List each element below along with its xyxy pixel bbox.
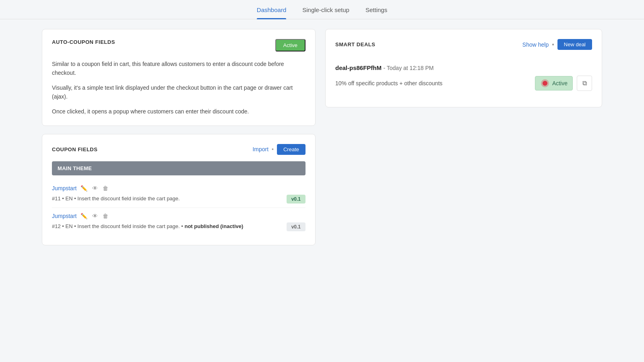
deal-item-1-copy-button[interactable]: ⧉ [577, 76, 592, 91]
coupon-item-1-bottom: #11 • EN • Insert the discount field ins… [52, 195, 305, 204]
coupon-item-2-version: v0.1 [287, 222, 305, 231]
nav-item-settings[interactable]: Settings [365, 6, 387, 19]
toggle-dot-outer [541, 79, 549, 87]
import-link[interactable]: Import [252, 146, 268, 152]
coupon-item-2-eye-button[interactable]: 👁 [91, 212, 99, 220]
smart-deals-card: SMART DEALS Show help • New deal deal-ps… [325, 29, 602, 107]
deal-item-1-id: deal-ps86FPfhM [335, 64, 382, 71]
coupon-item-1-link[interactable]: Jumpstart [52, 185, 76, 191]
auto-coupon-title: AUTO-COUPON FIELDS [52, 39, 115, 45]
top-navigation: Dashboard Single-click setup Settings [0, 0, 644, 19]
coupon-item-1-eye-button[interactable]: 👁 [91, 184, 99, 192]
coupon-fields-title: COUPON FIELDS [52, 146, 97, 152]
coupon-item-1: Jumpstart ✏️ 👁 🗑 #11 • EN • Insert the d… [52, 180, 305, 208]
nav-item-dashboard[interactable]: Dashboard [257, 6, 286, 19]
coupon-item-1-edit-button[interactable]: ✏️ [80, 184, 88, 192]
coupon-item-2-top: Jumpstart ✏️ 👁 🗑 [52, 212, 305, 220]
main-content: AUTO-COUPON FIELDS Active Similar to a c… [32, 19, 612, 255]
auto-coupon-card: AUTO-COUPON FIELDS Active Similar to a c… [42, 29, 316, 126]
auto-coupon-para-2: Visually, it's a simple text link displa… [52, 83, 305, 101]
coupon-fields-card: COUPON FIELDS Import • Create MAIN THEME… [42, 134, 316, 245]
smart-deals-header: SMART DEALS Show help • New deal [335, 39, 592, 50]
coupon-item-2-edit-button[interactable]: ✏️ [80, 212, 88, 220]
smart-deals-actions: Show help • New deal [522, 39, 592, 50]
nav-item-single-click-setup[interactable]: Single-click setup [302, 6, 349, 19]
smart-deals-title: SMART DEALS [335, 41, 375, 47]
main-theme-bar: MAIN THEME [52, 161, 305, 175]
bullet-separator: • [272, 146, 274, 152]
auto-coupon-header: AUTO-COUPON FIELDS Active [52, 39, 305, 51]
smart-deals-bullet: • [552, 41, 554, 48]
deal-item-1: deal-ps86FPfhM - Today at 12:18 PM 10% o… [335, 58, 592, 97]
left-column: AUTO-COUPON FIELDS Active Similar to a c… [42, 29, 316, 245]
auto-coupon-para-3: Once clicked, it opens a popup where cus… [52, 107, 305, 116]
coupon-item-2-description: #12 • EN • Insert the discount field ins… [52, 222, 282, 230]
create-button[interactable]: Create [277, 144, 305, 155]
coupon-item-1-version: v0.1 [287, 195, 305, 204]
toggle-dot-inner [543, 81, 547, 86]
deal-item-1-active-toggle[interactable]: Active [535, 76, 573, 90]
coupon-item-1-description: #11 • EN • Insert the discount field ins… [52, 195, 282, 203]
deal-item-1-body: 10% off specific products + other discou… [335, 76, 592, 91]
deal-item-1-timestamp: - Today at 12:18 PM [383, 65, 433, 71]
deal-active-label: Active [552, 80, 568, 86]
coupon-fields-header: COUPON FIELDS Import • Create [52, 144, 305, 155]
deal-item-1-description: 10% off specific products + other discou… [335, 80, 535, 86]
right-column: SMART DEALS Show help • New deal deal-ps… [325, 29, 602, 245]
coupon-item-2-bottom: #12 • EN • Insert the discount field ins… [52, 222, 305, 231]
coupon-fields-actions: Import • Create [252, 144, 305, 155]
deal-item-1-header: deal-ps86FPfhM - Today at 12:18 PM [335, 64, 592, 72]
coupon-item-2-trash-button[interactable]: 🗑 [102, 212, 109, 220]
auto-coupon-active-badge[interactable]: Active [275, 39, 305, 51]
new-deal-button[interactable]: New deal [557, 39, 592, 50]
coupon-item-2-inactive-note: not published (inactive) [184, 223, 243, 229]
coupon-item-2: Jumpstart ✏️ 👁 🗑 #12 • EN • Insert the d… [52, 208, 305, 235]
coupon-item-1-trash-button[interactable]: 🗑 [102, 184, 109, 192]
show-help-link[interactable]: Show help [522, 41, 549, 48]
auto-coupon-para-1: Similar to a coupon field in cart, this … [52, 60, 305, 78]
coupon-item-2-link[interactable]: Jumpstart [52, 213, 76, 219]
coupon-item-1-top: Jumpstart ✏️ 👁 🗑 [52, 184, 305, 192]
deal-item-1-actions: Active ⧉ [535, 76, 592, 91]
copy-icon: ⧉ [582, 80, 587, 87]
toggle-dot-wrapper [540, 78, 550, 88]
